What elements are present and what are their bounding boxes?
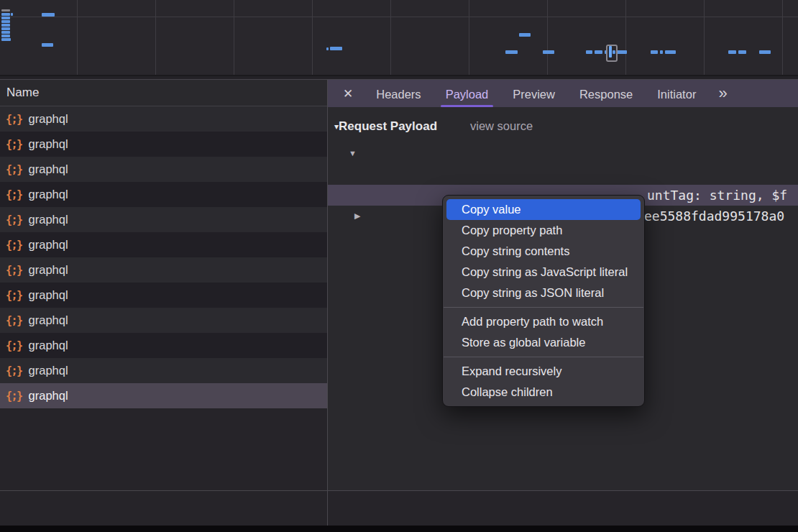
overview-request-bar xyxy=(42,13,55,17)
json-request-icon: {;} xyxy=(6,289,22,302)
network-request-row[interactable]: {;}graphql xyxy=(0,106,327,132)
tab-preview[interactable]: Preview xyxy=(513,80,555,107)
overview-gridline xyxy=(77,0,78,75)
overview-request-bar xyxy=(1,17,10,19)
json-request-icon: {;} xyxy=(6,188,22,201)
query-value-fragment: untTag: string, $f xyxy=(647,185,787,206)
payload-root-row[interactable]: ▼{operationName: "ipFlowTimeseries", var… xyxy=(328,143,798,164)
network-request-row[interactable]: {;}graphql xyxy=(0,358,327,383)
json-request-icon: {;} xyxy=(6,239,22,252)
json-request-icon: {;} xyxy=(6,214,22,226)
collapsed-icon[interactable]: ▶ xyxy=(354,206,360,226)
request-payload-section-header[interactable]: ▾Request Payloadview source xyxy=(334,119,533,134)
menu-item-copy-string-contents[interactable]: Copy string contents xyxy=(446,241,641,262)
request-name-label: graphql xyxy=(29,213,68,226)
panel-divider xyxy=(327,491,328,526)
json-request-icon: {;} xyxy=(6,314,22,327)
menu-item-copy-property-path[interactable]: Copy property path xyxy=(446,220,641,241)
more-tabs-icon[interactable]: » xyxy=(718,84,725,103)
section-title: Request Payload xyxy=(339,119,437,133)
request-name-label: graphql xyxy=(29,389,68,403)
overview-marker-bar xyxy=(609,46,612,58)
expanded-icon[interactable]: ▼ xyxy=(349,143,357,164)
request-name-label: graphql xyxy=(29,263,68,277)
overview-request-bar xyxy=(1,24,10,27)
network-request-row[interactable]: {;}graphql xyxy=(0,207,327,232)
network-request-row[interactable]: {;}graphql xyxy=(0,232,327,257)
devtools-network-panel: Name {;}graphql{;}graphql{;}graphql{;}gr… xyxy=(0,0,798,532)
close-icon[interactable]: ✕ xyxy=(343,86,353,101)
overview-request-bar xyxy=(326,47,329,50)
overview-request-bar xyxy=(759,50,771,54)
variables-value-fragment: ee5588fdad995178a0 xyxy=(644,206,784,226)
menu-item-expand-recursively[interactable]: Expand recursively xyxy=(446,361,641,382)
overview-request-bar xyxy=(505,50,518,54)
view-source-link[interactable]: view source xyxy=(470,119,533,132)
menu-divider xyxy=(444,307,643,308)
request-name-label: graphql xyxy=(29,137,68,151)
request-name-label: graphql xyxy=(29,313,68,327)
overview-request-bar xyxy=(665,50,676,54)
details-tabs: HeadersPayloadPreviewResponseInitiator xyxy=(364,80,708,107)
overview-gridline xyxy=(782,0,783,75)
json-request-icon: {;} xyxy=(6,390,22,403)
overview-request-bar xyxy=(330,47,342,50)
request-name-label: graphql xyxy=(29,288,68,302)
menu-item-copy-string-as-javascript-literal[interactable]: Copy string as JavaScript literal xyxy=(446,262,641,283)
json-request-icon: {;} xyxy=(6,264,22,277)
overview-request-bar xyxy=(1,20,10,23)
request-name-label: graphql xyxy=(29,188,68,201)
network-request-row[interactable]: {;}graphql xyxy=(0,308,327,333)
column-header-name[interactable]: Name xyxy=(0,80,327,106)
overview-request-bar xyxy=(543,50,554,54)
overview-gridline xyxy=(625,0,626,75)
overview-request-bar xyxy=(738,50,746,54)
overview-request-bar xyxy=(1,13,10,16)
menu-item-store-as-global-variable[interactable]: Store as global variable xyxy=(446,332,641,353)
context-menu: Copy valueCopy property pathCopy string … xyxy=(442,195,645,407)
operation-name-row[interactable]: operationName: "ipFlowTimeseries" xyxy=(328,164,798,185)
overview-gridline xyxy=(155,0,156,75)
overview-request-bar xyxy=(1,9,10,12)
request-name-label: graphql xyxy=(29,162,68,176)
menu-item-add-property-path-to-watch[interactable]: Add property path to watch xyxy=(446,311,641,332)
overview-request-bar xyxy=(651,50,658,54)
tab-headers[interactable]: Headers xyxy=(376,80,421,107)
request-name-label: graphql xyxy=(29,364,68,377)
network-request-row[interactable]: {;}graphql xyxy=(0,333,327,358)
menu-item-collapse-children[interactable]: Collapse children xyxy=(446,382,641,403)
json-request-icon: {;} xyxy=(6,339,22,352)
network-request-row[interactable]: {;}graphql xyxy=(0,157,327,182)
menu-item-copy-value[interactable]: Copy value xyxy=(446,199,641,220)
network-request-row[interactable]: {;}graphql xyxy=(0,283,327,308)
json-request-icon: {;} xyxy=(6,138,22,151)
network-request-row[interactable]: {;}graphql xyxy=(0,383,327,408)
request-list: {;}graphql{;}graphql{;}graphql{;}graphql… xyxy=(0,106,327,408)
json-request-icon: {;} xyxy=(6,113,22,126)
tab-response[interactable]: Response xyxy=(579,80,633,107)
network-request-row[interactable]: {;}graphql xyxy=(0,257,327,283)
overview-hover-marker xyxy=(606,45,618,62)
tab-payload[interactable]: Payload xyxy=(446,80,489,107)
json-request-icon: {;} xyxy=(6,364,22,377)
overview-gridline xyxy=(312,0,313,75)
overview-gridline xyxy=(704,0,705,75)
overview-request-bar xyxy=(595,50,602,54)
network-main-area: Name {;}graphql{;}graphql{;}graphql{;}gr… xyxy=(0,79,798,491)
tab-initiator[interactable]: Initiator xyxy=(657,80,696,107)
summary-bar xyxy=(0,490,798,526)
network-request-row[interactable]: {;}graphql xyxy=(0,132,327,157)
overview-request-bar xyxy=(11,13,13,16)
overview-divider-line xyxy=(0,17,798,17)
network-overview-timeline[interactable] xyxy=(0,0,798,76)
overview-request-bar xyxy=(660,50,663,54)
name-header-label: Name xyxy=(6,86,39,99)
window-bottom-edge xyxy=(0,526,798,532)
request-name-label: graphql xyxy=(29,339,68,352)
request-name-label: graphql xyxy=(29,112,68,126)
menu-item-copy-string-as-json-literal[interactable]: Copy string as JSON literal xyxy=(446,283,641,303)
overview-request-bar xyxy=(1,27,10,30)
overview-request-bar xyxy=(617,50,627,54)
overview-request-bar xyxy=(1,31,10,34)
network-request-row[interactable]: {;}graphql xyxy=(0,182,327,207)
